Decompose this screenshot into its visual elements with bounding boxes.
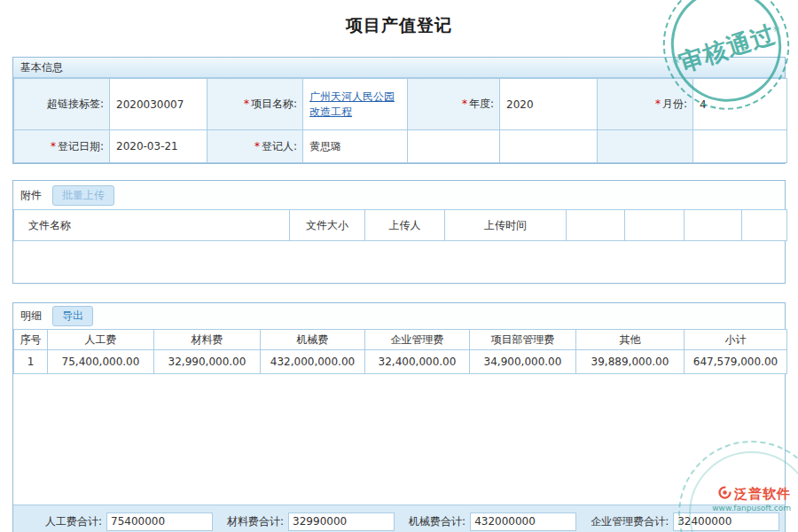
project-name-cell: 广州天河人民公园改造工程 <box>303 79 408 130</box>
year-label: *年度: <box>408 79 500 130</box>
hyperlink-tag-label: 超链接标签: <box>14 79 110 130</box>
register-date-label: *登记日期: <box>14 130 110 163</box>
brand-url: www.fanpusoft.com <box>712 504 791 512</box>
basic-info-section: 基本信息 超链接标签: 2020030007 *项目名称: 广州天河人民公园改造… <box>12 57 786 164</box>
basic-info-title: 基本信息 <box>20 60 63 75</box>
attachments-section: 附件 批量上传 文件名称 文件大小 上传人 上传时间 <box>12 180 786 284</box>
required-mark: * <box>254 140 260 153</box>
registrant-label: *登记人: <box>207 130 303 163</box>
export-button[interactable]: 导出 <box>52 306 93 326</box>
brand-name: 泛普软件 <box>734 486 791 503</box>
registrant-value: 黄思璐 <box>303 130 408 163</box>
details-cell-other: 39,889,000.00 <box>576 350 685 374</box>
project-name-link[interactable]: 广州天河人民公园改造工程 <box>309 90 395 118</box>
details-column-header: 企业管理费 <box>365 330 470 350</box>
attachments-column-header: 文件大小 <box>290 210 365 241</box>
details-column-header: 其他 <box>576 330 685 350</box>
labor-total-group: 人工费合计: <box>45 512 213 531</box>
batch-upload-button[interactable]: 批量上传 <box>52 185 114 206</box>
material-total-input[interactable] <box>288 512 395 531</box>
labor-total-input[interactable] <box>106 512 213 531</box>
material-total-label: 材料费合计: <box>227 514 284 529</box>
details-title: 明细 <box>20 309 42 324</box>
machinery-total-input[interactable] <box>470 512 576 531</box>
details-cell-enterprise-mgmt: 32,400,000.00 <box>365 350 470 374</box>
attachments-column-header <box>567 210 625 241</box>
details-header-row: 序号 人工费 材料费 机械费 企业管理费 项目部管理费 其他 小计 <box>14 330 787 350</box>
attachments-column-header: 上传时间 <box>445 210 567 241</box>
material-total-group: 材料费合计: <box>227 512 395 531</box>
basic-info-row: 超链接标签: 2020030007 *项目名称: 广州天河人民公园改造工程 *年… <box>14 79 787 130</box>
details-table: 序号 人工费 材料费 机械费 企业管理费 项目部管理费 其他 小计 1 75,4… <box>13 329 787 374</box>
details-header: 明细 导出 <box>13 303 785 329</box>
details-empty-area <box>13 374 785 505</box>
details-section: 明细 导出 序号 人工费 材料费 机械费 企业管理费 项目部管理费 其他 小计 … <box>12 302 786 532</box>
basic-info-header: 基本信息 <box>13 58 785 78</box>
details-column-header: 机械费 <box>261 330 365 350</box>
brand-footer: 泛普软件 www.fanpusoft.com <box>712 486 791 512</box>
attachments-empty-body <box>13 241 785 282</box>
labor-total-label: 人工费合计: <box>45 514 102 529</box>
enterprise-mgmt-total-group: 企业管理费合计: <box>591 512 779 531</box>
empty-cell <box>408 130 500 163</box>
basic-info-row: *登记日期: 2020-03-21 *登记人: 黄思璐 <box>14 130 787 163</box>
details-column-header: 项目部管理费 <box>470 330 576 350</box>
attachments-header-row: 文件名称 文件大小 上传人 上传时间 <box>14 210 787 241</box>
hyperlink-tag-value: 2020030007 <box>110 79 207 130</box>
attachments-column-header: 上传人 <box>365 210 445 241</box>
required-mark: * <box>655 98 661 110</box>
attachments-column-header <box>625 210 685 241</box>
month-label: *月份: <box>598 79 693 130</box>
attachments-header: 附件 批量上传 <box>13 181 785 209</box>
details-cell-project-mgmt: 34,900,000.00 <box>470 350 576 374</box>
project-name-label: *项目名称: <box>207 79 303 130</box>
basic-info-table: 超链接标签: 2020030007 *项目名称: 广州天河人民公园改造工程 *年… <box>13 78 787 163</box>
details-totals-bar: 人工费合计: 材料费合计: 机械费合计: 企业管理费合计: <box>13 505 785 532</box>
empty-cell <box>598 130 693 163</box>
year-value: 2020 <box>500 79 598 130</box>
register-date-value: 2020-03-21 <box>110 130 207 163</box>
attachments-table: 文件名称 文件大小 上传人 上传时间 <box>13 209 787 241</box>
attachments-column-header <box>685 210 742 241</box>
details-cell-machinery: 432,000,000.00 <box>261 350 365 374</box>
month-value: 4 <box>693 79 787 130</box>
empty-cell <box>693 130 787 163</box>
machinery-total-group: 机械费合计: <box>409 512 576 531</box>
page-title: 项目产值登记 <box>0 14 798 37</box>
details-cell-subtotal: 647,579,000.00 <box>685 350 787 374</box>
attachments-column-header <box>742 210 787 241</box>
enterprise-mgmt-total-label: 企业管理费合计: <box>591 514 669 529</box>
details-column-header: 序号 <box>14 330 48 350</box>
details-cell-labor: 75,400,000.00 <box>48 350 154 374</box>
required-mark: * <box>462 98 467 110</box>
attachments-title: 附件 <box>20 188 42 203</box>
details-column-header: 材料费 <box>154 330 261 350</box>
brand-row: 泛普软件 <box>712 486 791 503</box>
details-cell-material: 32,990,000.00 <box>154 350 261 374</box>
attachments-column-header: 文件名称 <box>14 210 290 241</box>
machinery-total-label: 机械费合计: <box>409 514 466 529</box>
details-column-header: 人工费 <box>48 330 154 350</box>
details-data-row: 1 75,400,000.00 32,990,000.00 432,000,00… <box>14 350 787 374</box>
required-mark: * <box>51 140 56 153</box>
fanpu-logo-icon <box>718 486 732 503</box>
enterprise-mgmt-total-input[interactable] <box>673 512 779 531</box>
details-column-header: 小计 <box>685 330 787 350</box>
page: 项目产值登记 ✳ 审核通过 ✳ 基本信息 超链接标签: 2020030007 *… <box>0 0 798 532</box>
details-cell-serial: 1 <box>14 350 48 374</box>
required-mark: * <box>244 98 249 110</box>
empty-cell <box>500 130 598 163</box>
